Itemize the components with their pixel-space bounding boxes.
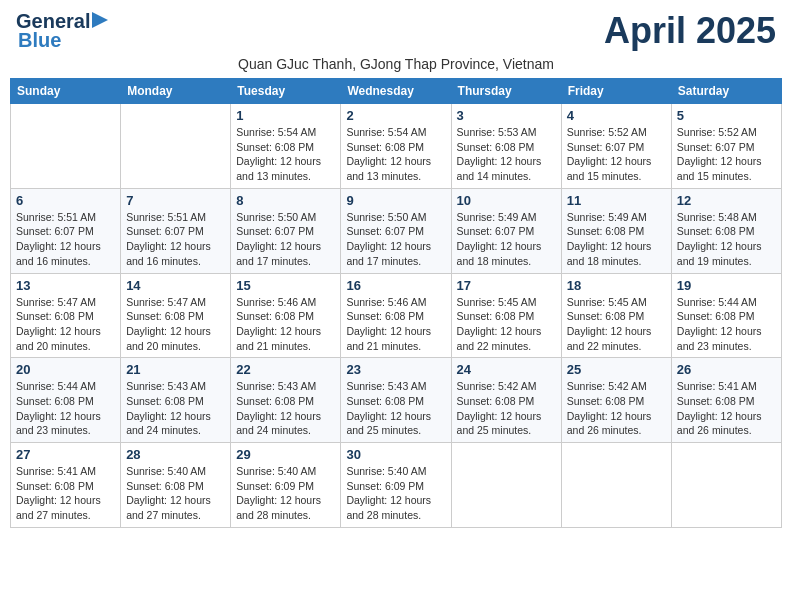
calendar-cell: 17Sunrise: 5:45 AMSunset: 6:08 PMDayligh…	[451, 273, 561, 358]
day-info: Sunrise: 5:41 AMSunset: 6:08 PMDaylight:…	[677, 379, 776, 438]
calendar-cell: 18Sunrise: 5:45 AMSunset: 6:08 PMDayligh…	[561, 273, 671, 358]
calendar-cell: 6Sunrise: 5:51 AMSunset: 6:07 PMDaylight…	[11, 188, 121, 273]
logo-blue: Blue	[18, 29, 61, 52]
logo-arrow-icon	[92, 10, 114, 30]
calendar-cell	[11, 104, 121, 189]
day-info: Sunrise: 5:43 AMSunset: 6:08 PMDaylight:…	[346, 379, 445, 438]
day-header-tuesday: Tuesday	[231, 79, 341, 104]
day-info: Sunrise: 5:54 AMSunset: 6:08 PMDaylight:…	[236, 125, 335, 184]
calendar-cell: 5Sunrise: 5:52 AMSunset: 6:07 PMDaylight…	[671, 104, 781, 189]
calendar-cell: 20Sunrise: 5:44 AMSunset: 6:08 PMDayligh…	[11, 358, 121, 443]
day-info: Sunrise: 5:42 AMSunset: 6:08 PMDaylight:…	[457, 379, 556, 438]
day-header-monday: Monday	[121, 79, 231, 104]
calendar-cell: 30Sunrise: 5:40 AMSunset: 6:09 PMDayligh…	[341, 443, 451, 528]
calendar-cell: 9Sunrise: 5:50 AMSunset: 6:07 PMDaylight…	[341, 188, 451, 273]
day-number: 4	[567, 108, 666, 123]
calendar-cell: 2Sunrise: 5:54 AMSunset: 6:08 PMDaylight…	[341, 104, 451, 189]
calendar-cell: 22Sunrise: 5:43 AMSunset: 6:08 PMDayligh…	[231, 358, 341, 443]
day-number: 30	[346, 447, 445, 462]
page-subtitle: Quan GJuc Thanh, GJong Thap Province, Vi…	[10, 56, 782, 72]
day-number: 25	[567, 362, 666, 377]
day-info: Sunrise: 5:51 AMSunset: 6:07 PMDaylight:…	[126, 210, 225, 269]
day-number: 11	[567, 193, 666, 208]
week-row-5: 27Sunrise: 5:41 AMSunset: 6:08 PMDayligh…	[11, 443, 782, 528]
calendar-cell	[671, 443, 781, 528]
calendar-cell: 26Sunrise: 5:41 AMSunset: 6:08 PMDayligh…	[671, 358, 781, 443]
day-number: 28	[126, 447, 225, 462]
calendar-cell: 15Sunrise: 5:46 AMSunset: 6:08 PMDayligh…	[231, 273, 341, 358]
day-info: Sunrise: 5:42 AMSunset: 6:08 PMDaylight:…	[567, 379, 666, 438]
day-info: Sunrise: 5:49 AMSunset: 6:08 PMDaylight:…	[567, 210, 666, 269]
day-number: 3	[457, 108, 556, 123]
calendar-cell: 11Sunrise: 5:49 AMSunset: 6:08 PMDayligh…	[561, 188, 671, 273]
calendar-cell: 21Sunrise: 5:43 AMSunset: 6:08 PMDayligh…	[121, 358, 231, 443]
calendar-table: SundayMondayTuesdayWednesdayThursdayFrid…	[10, 78, 782, 528]
day-header-thursday: Thursday	[451, 79, 561, 104]
month-title: April 2025	[604, 10, 776, 52]
day-number: 19	[677, 278, 776, 293]
day-number: 22	[236, 362, 335, 377]
day-number: 6	[16, 193, 115, 208]
day-number: 18	[567, 278, 666, 293]
day-info: Sunrise: 5:50 AMSunset: 6:07 PMDaylight:…	[236, 210, 335, 269]
day-number: 1	[236, 108, 335, 123]
day-header-wednesday: Wednesday	[341, 79, 451, 104]
day-number: 24	[457, 362, 556, 377]
calendar-cell: 28Sunrise: 5:40 AMSunset: 6:08 PMDayligh…	[121, 443, 231, 528]
calendar-cell: 13Sunrise: 5:47 AMSunset: 6:08 PMDayligh…	[11, 273, 121, 358]
day-info: Sunrise: 5:48 AMSunset: 6:08 PMDaylight:…	[677, 210, 776, 269]
day-info: Sunrise: 5:47 AMSunset: 6:08 PMDaylight:…	[16, 295, 115, 354]
calendar-cell: 27Sunrise: 5:41 AMSunset: 6:08 PMDayligh…	[11, 443, 121, 528]
week-row-3: 13Sunrise: 5:47 AMSunset: 6:08 PMDayligh…	[11, 273, 782, 358]
day-header-saturday: Saturday	[671, 79, 781, 104]
day-info: Sunrise: 5:40 AMSunset: 6:08 PMDaylight:…	[126, 464, 225, 523]
day-header-sunday: Sunday	[11, 79, 121, 104]
week-row-1: 1Sunrise: 5:54 AMSunset: 6:08 PMDaylight…	[11, 104, 782, 189]
day-info: Sunrise: 5:40 AMSunset: 6:09 PMDaylight:…	[236, 464, 335, 523]
day-info: Sunrise: 5:52 AMSunset: 6:07 PMDaylight:…	[567, 125, 666, 184]
day-number: 7	[126, 193, 225, 208]
calendar-cell: 8Sunrise: 5:50 AMSunset: 6:07 PMDaylight…	[231, 188, 341, 273]
day-number: 17	[457, 278, 556, 293]
day-number: 16	[346, 278, 445, 293]
calendar-cell: 4Sunrise: 5:52 AMSunset: 6:07 PMDaylight…	[561, 104, 671, 189]
day-info: Sunrise: 5:53 AMSunset: 6:08 PMDaylight:…	[457, 125, 556, 184]
day-number: 23	[346, 362, 445, 377]
calendar-cell: 16Sunrise: 5:46 AMSunset: 6:08 PMDayligh…	[341, 273, 451, 358]
day-info: Sunrise: 5:45 AMSunset: 6:08 PMDaylight:…	[567, 295, 666, 354]
day-info: Sunrise: 5:40 AMSunset: 6:09 PMDaylight:…	[346, 464, 445, 523]
day-info: Sunrise: 5:44 AMSunset: 6:08 PMDaylight:…	[677, 295, 776, 354]
day-number: 9	[346, 193, 445, 208]
svg-marker-0	[92, 12, 108, 28]
day-number: 2	[346, 108, 445, 123]
logo: General Blue	[16, 10, 114, 52]
calendar-cell: 23Sunrise: 5:43 AMSunset: 6:08 PMDayligh…	[341, 358, 451, 443]
day-info: Sunrise: 5:43 AMSunset: 6:08 PMDaylight:…	[236, 379, 335, 438]
day-number: 27	[16, 447, 115, 462]
calendar-cell: 24Sunrise: 5:42 AMSunset: 6:08 PMDayligh…	[451, 358, 561, 443]
day-number: 15	[236, 278, 335, 293]
day-number: 26	[677, 362, 776, 377]
calendar-cell	[121, 104, 231, 189]
day-info: Sunrise: 5:45 AMSunset: 6:08 PMDaylight:…	[457, 295, 556, 354]
day-info: Sunrise: 5:46 AMSunset: 6:08 PMDaylight:…	[346, 295, 445, 354]
day-number: 8	[236, 193, 335, 208]
calendar-cell: 14Sunrise: 5:47 AMSunset: 6:08 PMDayligh…	[121, 273, 231, 358]
day-info: Sunrise: 5:41 AMSunset: 6:08 PMDaylight:…	[16, 464, 115, 523]
calendar-cell: 1Sunrise: 5:54 AMSunset: 6:08 PMDaylight…	[231, 104, 341, 189]
day-info: Sunrise: 5:54 AMSunset: 6:08 PMDaylight:…	[346, 125, 445, 184]
day-info: Sunrise: 5:52 AMSunset: 6:07 PMDaylight:…	[677, 125, 776, 184]
day-number: 21	[126, 362, 225, 377]
day-number: 12	[677, 193, 776, 208]
calendar-header-row: SundayMondayTuesdayWednesdayThursdayFrid…	[11, 79, 782, 104]
calendar-cell	[561, 443, 671, 528]
calendar-cell	[451, 443, 561, 528]
calendar-cell: 3Sunrise: 5:53 AMSunset: 6:08 PMDaylight…	[451, 104, 561, 189]
day-number: 13	[16, 278, 115, 293]
day-number: 29	[236, 447, 335, 462]
day-info: Sunrise: 5:46 AMSunset: 6:08 PMDaylight:…	[236, 295, 335, 354]
calendar-cell: 10Sunrise: 5:49 AMSunset: 6:07 PMDayligh…	[451, 188, 561, 273]
day-info: Sunrise: 5:43 AMSunset: 6:08 PMDaylight:…	[126, 379, 225, 438]
day-header-friday: Friday	[561, 79, 671, 104]
day-info: Sunrise: 5:49 AMSunset: 6:07 PMDaylight:…	[457, 210, 556, 269]
